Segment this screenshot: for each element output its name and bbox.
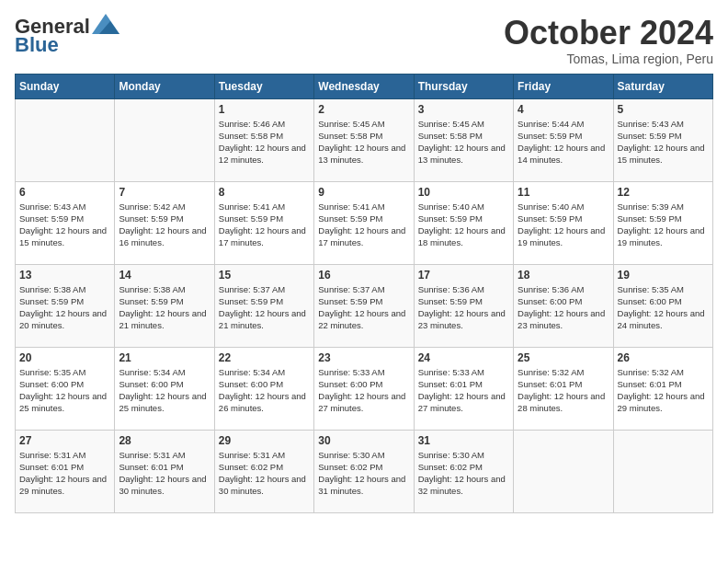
day-info: Sunrise: 5:43 AMSunset: 5:59 PMDaylight:…: [618, 118, 709, 167]
calendar-cell: 26Sunrise: 5:32 AMSunset: 6:01 PMDayligh…: [613, 347, 712, 430]
calendar-cell: [16, 98, 115, 181]
day-number: 14: [119, 269, 210, 282]
calendar-cell: 15Sunrise: 5:37 AMSunset: 5:59 PMDayligh…: [214, 264, 313, 347]
calendar-cell: 24Sunrise: 5:33 AMSunset: 6:01 PMDayligh…: [414, 347, 513, 430]
calendar-cell: 23Sunrise: 5:33 AMSunset: 6:00 PMDayligh…: [314, 347, 414, 430]
day-number: 22: [219, 351, 310, 364]
day-number: 29: [219, 434, 310, 447]
day-info: Sunrise: 5:33 AMSunset: 6:00 PMDaylight:…: [318, 366, 409, 415]
day-number: 17: [418, 269, 509, 282]
day-number: 28: [119, 434, 210, 447]
calendar-cell: 8Sunrise: 5:41 AMSunset: 5:59 PMDaylight…: [214, 181, 313, 264]
day-info: Sunrise: 5:42 AMSunset: 5:59 PMDaylight:…: [119, 201, 210, 249]
calendar-cell: 4Sunrise: 5:44 AMSunset: 5:59 PMDaylight…: [514, 98, 613, 181]
day-number: 25: [518, 351, 609, 364]
day-info: Sunrise: 5:44 AMSunset: 5:59 PMDaylight:…: [518, 118, 609, 167]
calendar-cell: 2Sunrise: 5:45 AMSunset: 5:58 PMDaylight…: [314, 98, 414, 181]
calendar-cell: 6Sunrise: 5:43 AMSunset: 5:59 PMDaylight…: [16, 181, 115, 264]
day-info: Sunrise: 5:45 AMSunset: 5:58 PMDaylight:…: [318, 118, 409, 167]
day-info: Sunrise: 5:39 AMSunset: 5:59 PMDaylight:…: [618, 201, 709, 249]
day-number: 3: [418, 103, 509, 116]
day-number: 9: [318, 186, 409, 199]
calendar-cell: 1Sunrise: 5:46 AMSunset: 5:58 PMDaylight…: [214, 98, 313, 181]
calendar-cell: 30Sunrise: 5:30 AMSunset: 6:02 PMDayligh…: [314, 430, 414, 512]
calendar-cell: 16Sunrise: 5:37 AMSunset: 5:59 PMDayligh…: [314, 264, 414, 347]
day-number: 8: [219, 186, 310, 199]
day-number: 18: [518, 269, 609, 282]
day-number: 12: [618, 186, 709, 199]
day-info: Sunrise: 5:45 AMSunset: 5:58 PMDaylight:…: [418, 118, 509, 167]
logo-blue: Blue: [15, 33, 59, 57]
day-info: Sunrise: 5:31 AMSunset: 6:01 PMDaylight:…: [119, 449, 210, 498]
calendar-cell: [514, 430, 613, 512]
day-number: 21: [119, 351, 210, 364]
calendar-cell: 9Sunrise: 5:41 AMSunset: 5:59 PMDaylight…: [314, 181, 414, 264]
day-number: 24: [418, 351, 509, 364]
calendar-cell: 27Sunrise: 5:31 AMSunset: 6:01 PMDayligh…: [16, 430, 115, 512]
day-number: 27: [19, 434, 110, 447]
calendar-cell: 25Sunrise: 5:32 AMSunset: 6:01 PMDayligh…: [514, 347, 613, 430]
day-number: 15: [219, 269, 310, 282]
day-info: Sunrise: 5:34 AMSunset: 6:00 PMDaylight:…: [119, 366, 210, 415]
logo: General Blue: [15, 15, 119, 57]
calendar-cell: 31Sunrise: 5:30 AMSunset: 6:02 PMDayligh…: [414, 430, 513, 512]
day-info: Sunrise: 5:34 AMSunset: 6:00 PMDaylight:…: [219, 366, 310, 415]
day-number: 20: [19, 351, 110, 364]
weekday-header: Thursday: [414, 74, 513, 98]
day-info: Sunrise: 5:36 AMSunset: 5:59 PMDaylight:…: [418, 283, 509, 332]
day-number: 7: [119, 186, 210, 199]
calendar-cell: 13Sunrise: 5:38 AMSunset: 5:59 PMDayligh…: [16, 264, 115, 347]
day-info: Sunrise: 5:36 AMSunset: 6:00 PMDaylight:…: [518, 283, 609, 332]
day-number: 2: [318, 103, 409, 116]
day-info: Sunrise: 5:41 AMSunset: 5:59 PMDaylight:…: [318, 201, 409, 249]
title-area: October 2024 Tomas, Lima region, Peru: [504, 15, 713, 66]
weekday-header: Wednesday: [314, 74, 414, 98]
weekday-header: Friday: [514, 74, 613, 98]
day-info: Sunrise: 5:30 AMSunset: 6:02 PMDaylight:…: [418, 449, 509, 498]
weekday-header: Sunday: [16, 74, 115, 98]
day-number: 19: [618, 269, 709, 282]
day-number: 6: [19, 186, 110, 199]
calendar-week-row: 6Sunrise: 5:43 AMSunset: 5:59 PMDaylight…: [16, 181, 713, 264]
calendar-cell: 29Sunrise: 5:31 AMSunset: 6:02 PMDayligh…: [214, 430, 313, 512]
calendar-cell: 12Sunrise: 5:39 AMSunset: 5:59 PMDayligh…: [613, 181, 712, 264]
day-info: Sunrise: 5:35 AMSunset: 6:00 PMDaylight:…: [19, 366, 110, 415]
calendar-cell: 14Sunrise: 5:38 AMSunset: 5:59 PMDayligh…: [115, 264, 214, 347]
day-number: 16: [318, 269, 409, 282]
month-title: October 2024: [504, 15, 713, 52]
day-info: Sunrise: 5:37 AMSunset: 5:59 PMDaylight:…: [219, 283, 310, 332]
day-number: 10: [418, 186, 509, 199]
day-info: Sunrise: 5:40 AMSunset: 5:59 PMDaylight:…: [418, 201, 509, 249]
calendar-cell: 20Sunrise: 5:35 AMSunset: 6:00 PMDayligh…: [16, 347, 115, 430]
calendar-cell: [613, 430, 712, 512]
calendar-week-row: 20Sunrise: 5:35 AMSunset: 6:00 PMDayligh…: [16, 347, 713, 430]
header: General Blue October 2024 Tomas, Lima re…: [15, 15, 713, 66]
day-info: Sunrise: 5:40 AMSunset: 5:59 PMDaylight:…: [518, 201, 609, 249]
calendar-cell: 7Sunrise: 5:42 AMSunset: 5:59 PMDaylight…: [115, 181, 214, 264]
day-info: Sunrise: 5:35 AMSunset: 6:00 PMDaylight:…: [618, 283, 709, 332]
calendar-cell: 11Sunrise: 5:40 AMSunset: 5:59 PMDayligh…: [514, 181, 613, 264]
location: Tomas, Lima region, Peru: [504, 52, 713, 66]
day-info: Sunrise: 5:38 AMSunset: 5:59 PMDaylight:…: [19, 283, 110, 332]
weekday-header: Monday: [115, 74, 214, 98]
calendar-week-row: 1Sunrise: 5:46 AMSunset: 5:58 PMDaylight…: [16, 98, 713, 181]
day-info: Sunrise: 5:31 AMSunset: 6:01 PMDaylight:…: [19, 449, 110, 498]
day-info: Sunrise: 5:46 AMSunset: 5:58 PMDaylight:…: [219, 118, 310, 167]
logo-icon: [92, 14, 119, 34]
calendar-cell: 19Sunrise: 5:35 AMSunset: 6:00 PMDayligh…: [613, 264, 712, 347]
calendar-cell: 28Sunrise: 5:31 AMSunset: 6:01 PMDayligh…: [115, 430, 214, 512]
calendar-cell: 21Sunrise: 5:34 AMSunset: 6:00 PMDayligh…: [115, 347, 214, 430]
day-number: 4: [518, 103, 609, 116]
day-info: Sunrise: 5:38 AMSunset: 5:59 PMDaylight:…: [119, 283, 210, 332]
calendar-cell: 17Sunrise: 5:36 AMSunset: 5:59 PMDayligh…: [414, 264, 513, 347]
calendar-week-row: 27Sunrise: 5:31 AMSunset: 6:01 PMDayligh…: [16, 430, 713, 512]
weekday-header: Saturday: [613, 74, 712, 98]
day-info: Sunrise: 5:37 AMSunset: 5:59 PMDaylight:…: [318, 283, 409, 332]
weekday-header-row: SundayMondayTuesdayWednesdayThursdayFrid…: [16, 74, 713, 98]
calendar-table: SundayMondayTuesdayWednesdayThursdayFrid…: [15, 74, 713, 513]
calendar-cell: 5Sunrise: 5:43 AMSunset: 5:59 PMDaylight…: [613, 98, 712, 181]
day-number: 30: [318, 434, 409, 447]
day-info: Sunrise: 5:31 AMSunset: 6:02 PMDaylight:…: [219, 449, 310, 498]
calendar-week-row: 13Sunrise: 5:38 AMSunset: 5:59 PMDayligh…: [16, 264, 713, 347]
calendar-cell: 22Sunrise: 5:34 AMSunset: 6:00 PMDayligh…: [214, 347, 313, 430]
